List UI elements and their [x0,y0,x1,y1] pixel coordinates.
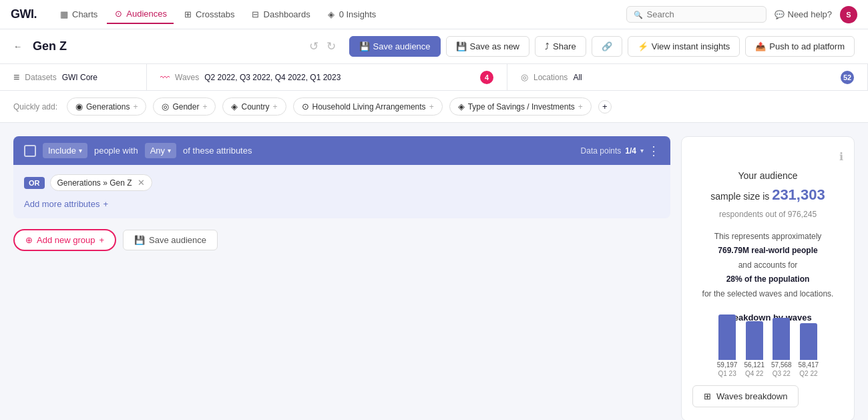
quick-add-household[interactable]: ⊙ Household Living Arrangements + [293,97,443,116]
undo-button[interactable]: ↺ [306,37,321,56]
more-quick-add-button[interactable]: + [598,100,612,114]
link-button[interactable]: 🔗 [592,36,622,57]
nav-items: Charts Audiences Crosstabs Dashboards 0 … [53,5,626,24]
bar-label-q: Q3 22 [773,370,791,377]
quick-add-savings[interactable]: ◈ Type of Savings / Investments + [449,97,592,116]
redo-button[interactable]: ↻ [324,37,339,56]
attribute-chip-generations[interactable]: Generations » Gen Z ✕ [50,174,152,191]
attribute-chip-close[interactable]: ✕ [138,178,145,188]
crosstabs-icon [183,10,192,19]
grid-icon: ⊞ [704,391,711,401]
bar-col: 58,417Q2 22 [799,323,819,377]
nav-charts[interactable]: Charts [53,5,104,23]
bar-label-q: Q1 23 [718,370,736,377]
bar-label-num: 59,197 [717,361,738,369]
save-icon: 💾 [359,41,370,51]
chip-plus-savings: + [578,102,583,112]
datasets-section[interactable]: Datasets GWI Core [0,64,147,90]
audience-group-header: Include ▾ people with Any ▾ of these att… [13,136,670,165]
dataset-bar: Datasets GWI Core 〰 Waves Q2 2022, Q3 20… [0,64,868,91]
push-to-ad-platform-button[interactable]: 📤 Push to ad platform [745,36,855,57]
chat-icon [775,9,785,19]
save-as-new-button[interactable]: 💾 Save as new [446,36,529,57]
audience-builder: Include ▾ people with Any ▾ of these att… [13,136,670,420]
attribute-row: OR Generations » Gen Z ✕ [24,174,660,191]
data-points-dropdown-icon[interactable]: ▾ [640,147,644,154]
breakdown-title: Breakdown by waves [692,312,843,323]
header-actions: 💾 Save audience 💾 Save as new ⤴ Share 🔗 … [349,36,855,57]
attribute-chip-label: Generations » Gen Z [57,178,132,188]
top-nav: GWI. Charts Audiences Crosstabs Dashboar… [0,0,868,29]
waves-icon: 〰 [160,72,170,83]
add-more-icon: + [103,199,108,209]
chip-plus-gender: + [202,102,207,112]
add-more-attributes[interactable]: Add more attributes + [24,199,660,209]
any-dropdown-icon: ▾ [168,147,171,154]
quick-add-generations[interactable]: ◉ Generations + [67,97,146,116]
chip-plus-country: + [273,102,278,112]
nav-insights[interactable]: 0 Insights [320,5,383,23]
locations-section[interactable]: ◎ Locations All 52 [507,64,868,90]
attributes-area: OR Generations » Gen Z ✕ Add more attrib… [13,165,670,218]
add-group-plus: + [99,235,104,245]
bar [773,318,790,360]
represents-text: This represents approximately 769.79M re… [692,230,843,302]
share-button[interactable]: ⤴ Share [535,36,586,57]
logo: GWI. [11,7,37,21]
bar-chart: 59,197Q1 2356,121Q4 2257,568Q3 2258,417Q… [692,331,843,377]
dataset-icon [13,71,19,83]
bar-col: 59,197Q1 23 [717,314,738,377]
dashboards-icon [251,10,260,19]
right-panel: ℹ Your audience sample size is 231,303 r… [681,136,855,420]
search-bar[interactable] [626,6,767,23]
quick-add-gender[interactable]: ◎ Gender + [153,97,216,116]
chip-plus-generations: + [133,102,138,112]
page-title: Gen Z [33,39,296,53]
bar [800,323,817,360]
nav-audiences[interactable]: Audiences [107,5,174,24]
save-audience-header-button[interactable]: 💾 Save audience [349,36,441,57]
country-chip-icon: ◈ [231,101,238,112]
search-icon [634,9,643,19]
view-instant-insights-button[interactable]: ⚡ View instant insights [628,36,740,57]
audience-size-text: Your audience sample size is 231,303 [692,168,843,207]
undo-redo: ↺ ↻ [306,37,339,56]
page-header: ← Gen Z ↺ ↻ 💾 Save audience 💾 Save as ne… [0,29,868,64]
or-badge: OR [24,177,45,189]
include-button[interactable]: Include ▾ [43,143,87,158]
insights-bolt-icon: ⚡ [638,41,648,51]
back-button[interactable]: ← [13,41,22,51]
nav-crosstabs[interactable]: Crosstabs [176,5,242,23]
bar-label-q: Q4 22 [745,370,763,377]
waves-breakdown-button[interactable]: ⊞ Waves breakdown [692,385,799,407]
save-audience-bottom-button[interactable]: 💾 Save audience [123,230,218,250]
quick-add-country[interactable]: ◈ Country + [222,97,286,116]
save-audience-icon: 💾 [134,235,145,245]
push-icon: 📤 [755,41,766,51]
savings-chip-icon: ◈ [458,101,465,112]
nav-dashboards[interactable]: Dashboards [244,5,317,23]
bar-label-num: 56,121 [744,361,765,369]
generations-chip-icon: ◉ [75,101,83,112]
save-as-new-icon: 💾 [456,41,467,51]
waves-section[interactable]: 〰 Waves Q2 2022, Q3 2022, Q4 2022, Q1 20… [147,64,507,90]
back-icon: ← [13,41,22,51]
group-menu-button[interactable]: ⋮ [648,144,660,158]
link-icon: 🔗 [602,41,612,51]
share-icon: ⤴ [545,41,550,51]
household-chip-icon: ⊙ [302,101,309,112]
gender-chip-icon: ◎ [162,101,169,112]
insights-icon [327,10,336,19]
chip-plus-household: + [429,102,434,112]
avatar[interactable]: S [840,6,857,23]
group-checkbox[interactable] [24,145,36,157]
any-button[interactable]: Any ▾ [145,143,176,158]
quick-add-bar: Quickly add: ◉ Generations + ◎ Gender + … [0,91,868,123]
bar [746,321,763,360]
include-dropdown-icon: ▾ [79,147,82,154]
info-icon[interactable]: ℹ [692,150,843,163]
search-input[interactable] [647,9,759,19]
add-new-group-button[interactable]: ⊕ Add new group + [13,229,116,251]
charts-icon [59,10,69,19]
need-help-button[interactable]: Need help? [775,9,833,19]
